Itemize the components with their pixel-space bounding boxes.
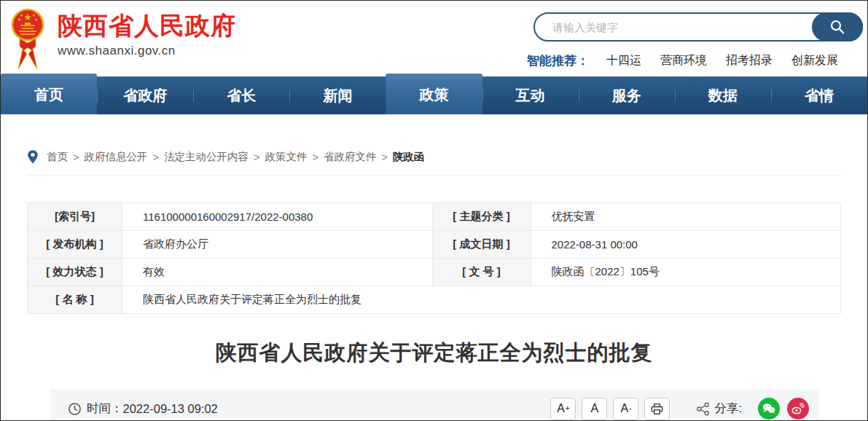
logo-block: 陕西省人民政府 www.shaanxi.gov.cn bbox=[9, 4, 236, 71]
meta-value-issuing-agency: 省政府办公厅 bbox=[122, 231, 433, 259]
meta-value-document-number: 陕政函〔2022〕105号 bbox=[531, 259, 841, 286]
breadcrumb-gov-info[interactable]: 政府信息公开 bbox=[84, 150, 147, 164]
share-label: 分享: bbox=[714, 401, 742, 417]
search-button[interactable] bbox=[812, 12, 863, 42]
article-toolbar: 时间： 2022-09-13 09:02 A+ A A- bbox=[50, 389, 819, 421]
meta-label-topic-category: [ 主题分类 ] bbox=[432, 203, 531, 231]
printer-icon bbox=[650, 402, 664, 416]
meta-label-document-number: [ 文 号 ] bbox=[432, 259, 531, 286]
national-emblem-icon bbox=[9, 4, 46, 71]
breadcrumb-separator: > bbox=[381, 152, 387, 163]
meta-label-issuing-agency: [ 发布机构 ] bbox=[28, 231, 122, 259]
site-header: 陕西省人民政府 www.shaanxi.gov.cn 智能推荐： 十四运 营商环… bbox=[1, 1, 867, 74]
share-group: 分享: bbox=[696, 398, 809, 420]
nav-item-policy[interactable]: 政策 bbox=[386, 74, 482, 114]
main-content: 首页 > 政府信息公开 > 法定主动公开内容 > 政策文件 > 省政府文件 > … bbox=[1, 149, 867, 421]
meta-label-issue-date: [ 成文日期 ] bbox=[432, 231, 531, 259]
nav-item-province-overview[interactable]: 省情 bbox=[771, 76, 867, 114]
search-icon bbox=[829, 18, 846, 36]
search-input[interactable] bbox=[552, 14, 771, 40]
recommend-link-chuangxin[interactable]: 创新发展 bbox=[791, 53, 838, 68]
meta-value-topic-category: 优抚安置 bbox=[531, 203, 841, 231]
toolbar-tools: A+ A A- bbox=[544, 398, 809, 420]
nav-item-provincial-government[interactable]: 省政府 bbox=[97, 76, 193, 114]
meta-label-index-number: [索引号] bbox=[28, 203, 122, 231]
table-row: [ 效力状态 ] 有效 [ 文 号 ] 陕政函〔2022〕105号 bbox=[28, 259, 841, 286]
share-weibo-button[interactable] bbox=[787, 398, 809, 420]
document-meta-table: [索引号] 116100000160002917/2022-00380 [ 主题… bbox=[27, 202, 841, 314]
nav-item-governor[interactable]: 省长 bbox=[193, 76, 289, 114]
nav-item-data[interactable]: 数据 bbox=[675, 76, 771, 114]
breadcrumb-separator: > bbox=[254, 152, 259, 163]
breadcrumb-home[interactable]: 首页 bbox=[47, 150, 68, 164]
breadcrumb-separator: > bbox=[152, 152, 158, 163]
meta-label-document-name: [ 名 称 ] bbox=[28, 286, 122, 314]
share-wechat-button[interactable] bbox=[758, 398, 780, 420]
clock-icon bbox=[68, 402, 82, 416]
font-normal-button[interactable]: A bbox=[582, 398, 607, 420]
meta-value-validity-status: 有效 bbox=[122, 259, 433, 286]
meta-label-validity-status: [ 效力状态 ] bbox=[28, 259, 122, 286]
publish-time: 时间： 2022-09-13 09:02 bbox=[68, 401, 218, 417]
recommend-link-yingshang[interactable]: 营商环境 bbox=[660, 53, 707, 68]
page-title: 陕西省人民政府关于评定蒋正全为烈士的批复 bbox=[27, 339, 841, 368]
search-box bbox=[533, 12, 863, 42]
breadcrumb: 首页 > 政府信息公开 > 法定主动公开内容 > 政策文件 > 省政府文件 > … bbox=[27, 149, 841, 176]
nav-item-home[interactable]: 首页 bbox=[1, 74, 97, 114]
main-nav: 首页 省政府 省长 新闻 政策 互动 服务 数据 省情 bbox=[1, 74, 867, 114]
table-row: [索引号] 116100000160002917/2022-00380 [ 主题… bbox=[28, 203, 841, 231]
breadcrumb-policy-documents[interactable]: 政策文件 bbox=[265, 150, 307, 164]
nav-item-services[interactable]: 服务 bbox=[579, 76, 675, 114]
wechat-icon bbox=[761, 401, 777, 417]
share-icon bbox=[696, 402, 710, 416]
breadcrumb-provincial-documents[interactable]: 省政府文件 bbox=[324, 150, 377, 164]
print-button[interactable] bbox=[644, 398, 670, 420]
time-label: 时间： bbox=[87, 401, 123, 417]
weibo-icon bbox=[790, 401, 806, 417]
search-area bbox=[533, 12, 863, 43]
nav-item-news[interactable]: 新闻 bbox=[289, 76, 386, 114]
site-url: www.shaanxi.gov.cn bbox=[58, 44, 236, 58]
font-increase-button[interactable]: A+ bbox=[550, 398, 576, 420]
page: 陕西省人民政府 www.shaanxi.gov.cn 智能推荐： 十四运 营商环… bbox=[0, 0, 868, 421]
recommend-link-zhaokao[interactable]: 招考招录 bbox=[726, 53, 773, 68]
smart-recommend-label: 智能推荐： bbox=[527, 52, 589, 69]
breadcrumb-separator: > bbox=[312, 152, 318, 163]
meta-value-index-number: 116100000160002917/2022-00380 bbox=[122, 203, 433, 231]
breadcrumb-separator: > bbox=[73, 152, 79, 163]
table-row: [ 发布机构 ] 省政府办公厅 [ 成文日期 ] 2022-08-31 00:0… bbox=[28, 231, 841, 259]
table-row: [ 名 称 ] 陕西省人民政府关于评定蒋正全为烈士的批复 bbox=[28, 286, 841, 314]
recommend-link-shisiyun[interactable]: 十四运 bbox=[606, 53, 641, 68]
meta-value-document-name: 陕西省人民政府关于评定蒋正全为烈士的批复 bbox=[122, 286, 841, 314]
breadcrumb-legal-disclosure[interactable]: 法定主动公开内容 bbox=[164, 150, 249, 164]
time-value: 2022-09-13 09:02 bbox=[123, 402, 218, 416]
site-identity: 陕西省人民政府 www.shaanxi.gov.cn bbox=[58, 4, 236, 71]
font-decrease-button[interactable]: A- bbox=[613, 398, 638, 420]
nav-item-interaction[interactable]: 互动 bbox=[482, 76, 579, 114]
location-pin-icon bbox=[27, 149, 39, 165]
meta-value-issue-date: 2022-08-31 00:00 bbox=[531, 231, 841, 259]
breadcrumb-current: 陕政函 bbox=[393, 150, 425, 164]
site-title: 陕西省人民政府 bbox=[58, 9, 236, 43]
smart-recommend-row: 智能推荐： 十四运 营商环境 招考招录 创新发展 bbox=[527, 52, 838, 69]
